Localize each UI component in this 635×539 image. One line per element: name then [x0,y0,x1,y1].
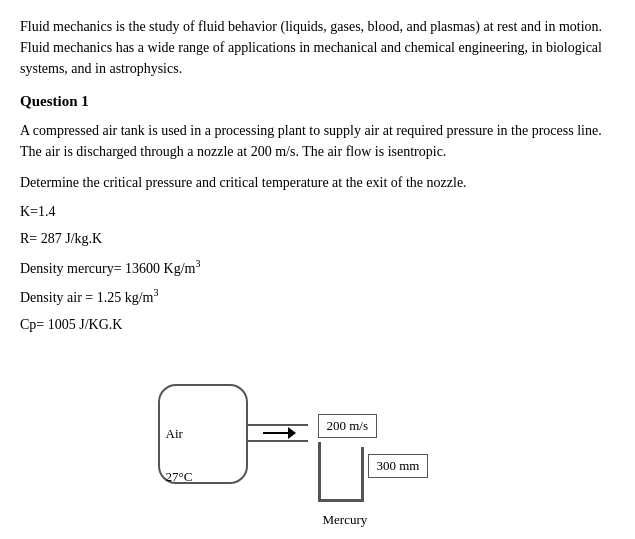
param-density-mercury: Density mercury= 13600 Kg/m3 [20,256,615,280]
manometer-bottom [318,499,364,502]
mercury-label: Mercury [323,512,368,528]
temperature-label: 27°C [166,469,193,485]
question-body: A compressed air tank is used in a proce… [20,120,615,162]
param-k: K=1.4 [20,201,615,223]
intro-paragraph: Fluid mechanics is the study of fluid be… [20,16,615,79]
velocity-box: 200 m/s [318,414,378,438]
height-box: 300 mm [368,454,429,478]
air-label: Air [166,426,183,442]
determine-text: Determine the critical pressure and crit… [20,172,615,193]
param-density-air: Density air = 1.25 kg/m3 [20,285,615,309]
diagram: Air 27°C 200 m/s 300 mm Mercury [20,354,615,539]
flow-arrow-head [288,427,296,439]
manometer-left-arm [318,442,321,502]
question-heading: Question 1 [20,93,615,110]
manometer-right-arm [361,447,364,502]
param-r: R= 287 J/kg.K [20,228,615,250]
param-cp: Cp= 1005 J/KG.K [20,314,615,336]
